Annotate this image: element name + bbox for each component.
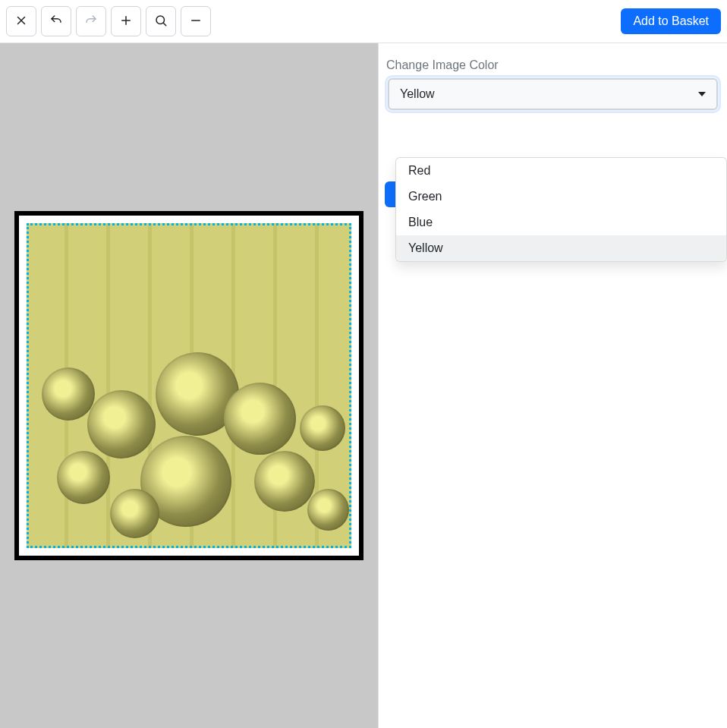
- undo-icon: [49, 14, 63, 30]
- chevron-down-icon: [698, 92, 706, 96]
- undo-button[interactable]: [41, 6, 71, 36]
- main-split: Change Image Color Yellow Done Red Green…: [0, 43, 727, 728]
- top-toolbar: Add to Basket: [0, 0, 727, 43]
- svg-point-0: [156, 16, 165, 24]
- color-select-value: Yellow: [400, 87, 435, 101]
- color-option-green[interactable]: Green: [396, 184, 726, 210]
- side-panel: Change Image Color Yellow Done Red Green…: [379, 43, 727, 728]
- close-button[interactable]: [6, 6, 36, 36]
- app-root: Add to Basket: [0, 0, 727, 728]
- image-mat: [19, 216, 359, 556]
- redo-icon: [84, 14, 98, 30]
- color-option-red[interactable]: Red: [396, 158, 726, 184]
- add-to-basket-button[interactable]: Add to Basket: [621, 8, 721, 34]
- canvas-pane: [0, 43, 379, 728]
- toolbar-left-group: [6, 6, 211, 36]
- add-button[interactable]: [111, 6, 141, 36]
- color-tint-overlay: [27, 223, 351, 548]
- color-dropdown: Red Green Blue Yellow: [395, 157, 727, 262]
- remove-button[interactable]: [181, 6, 211, 36]
- color-select-wrap: Yellow: [385, 78, 721, 110]
- plus-icon: [119, 14, 133, 30]
- color-option-yellow[interactable]: Yellow: [396, 235, 726, 261]
- image-frame[interactable]: [14, 211, 364, 560]
- color-field-label: Change Image Color: [386, 58, 721, 72]
- search-button[interactable]: [146, 6, 176, 36]
- color-option-blue[interactable]: Blue: [396, 210, 726, 235]
- color-select[interactable]: Yellow: [388, 78, 718, 110]
- redo-button[interactable]: [76, 6, 106, 36]
- image-preview[interactable]: [27, 223, 351, 548]
- search-icon: [154, 14, 168, 30]
- close-icon: [14, 14, 28, 30]
- minus-icon: [189, 14, 203, 30]
